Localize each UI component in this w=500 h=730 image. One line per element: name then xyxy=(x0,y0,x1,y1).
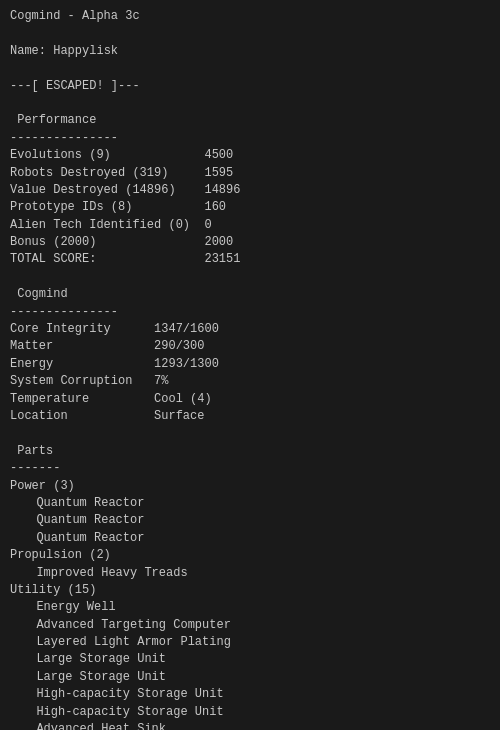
cogmind-stats: Core Integrity 1347/1600Matter 290/300En… xyxy=(10,321,490,425)
cogmind-stat-row: Matter 290/300 xyxy=(10,338,490,355)
parts-item: High-capacity Storage Unit xyxy=(10,704,490,721)
parts-item: Large Storage Unit xyxy=(10,669,490,686)
parts-item: Improved Heavy Treads xyxy=(10,565,490,582)
perf-stat-row: Alien Tech Identified (0) 0 xyxy=(10,217,490,234)
cogmind-stat-row: Energy 1293/1300 xyxy=(10,356,490,373)
parts-divider: ------- xyxy=(10,460,490,477)
perf-stat-row: Evolutions (9) 4500 xyxy=(10,147,490,164)
parts-item: Quantum Reactor xyxy=(10,530,490,547)
parts-item: Large Storage Unit xyxy=(10,651,490,668)
window-title: Cogmind - Alpha 3c xyxy=(10,8,490,25)
perf-stat-row: TOTAL SCORE: 23151 xyxy=(10,251,490,268)
parts-category-header: Power (3) xyxy=(10,478,490,495)
parts-category-header: Utility (15) xyxy=(10,582,490,599)
parts-list: Power (3) Quantum Reactor Quantum Reacto… xyxy=(10,478,490,730)
cogmind-stat-row: Core Integrity 1347/1600 xyxy=(10,321,490,338)
parts-item: Quantum Reactor xyxy=(10,495,490,512)
perf-stat-row: Prototype IDs (8) 160 xyxy=(10,199,490,216)
parts-item: Quantum Reactor xyxy=(10,512,490,529)
player-name: Happylisk xyxy=(53,44,118,58)
perf-stat-row: Robots Destroyed (319) 1595 xyxy=(10,165,490,182)
cogmind-stat-row: System Corruption 7% xyxy=(10,373,490,390)
performance-header: Performance xyxy=(10,112,490,129)
cogmind-stat-row: Temperature Cool (4) xyxy=(10,391,490,408)
performance-stats: Evolutions (9) 4500Robots Destroyed (319… xyxy=(10,147,490,269)
parts-item: High-capacity Storage Unit xyxy=(10,686,490,703)
parts-header: Parts xyxy=(10,443,490,460)
parts-item: Advanced Targeting Computer xyxy=(10,617,490,634)
parts-item: Layered Light Armor Plating xyxy=(10,634,490,651)
parts-item: Advanced Heat Sink xyxy=(10,721,490,730)
cogmind-header: Cogmind xyxy=(10,286,490,303)
player-name-line: Name: Happylisk xyxy=(10,43,490,60)
escaped-status: ---[ ESCAPED! ]--- xyxy=(10,78,490,95)
parts-item: Energy Well xyxy=(10,599,490,616)
performance-divider: --------------- xyxy=(10,130,490,147)
perf-stat-row: Value Destroyed (14896) 14896 xyxy=(10,182,490,199)
parts-category-header: Propulsion (2) xyxy=(10,547,490,564)
perf-stat-row: Bonus (2000) 2000 xyxy=(10,234,490,251)
cogmind-stat-row: Location Surface xyxy=(10,408,490,425)
cogmind-divider: --------------- xyxy=(10,304,490,321)
